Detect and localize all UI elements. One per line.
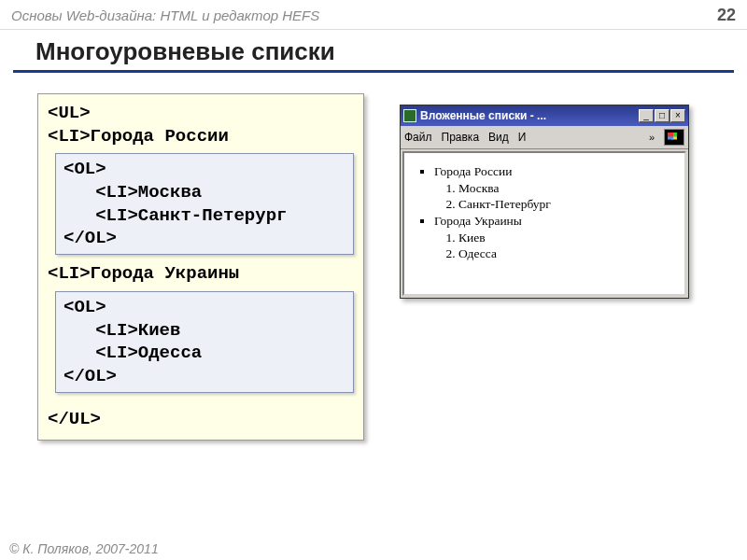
list-item: Города Украины Киев Одесса	[434, 214, 675, 261]
code-line: <UL>	[48, 102, 354, 125]
menu-view[interactable]: Вид	[488, 131, 509, 144]
code-line: <LI>Одесса	[63, 342, 345, 365]
maximize-button[interactable]: □	[655, 109, 669, 122]
footer-copyright: © К. Поляков, 2007-2011	[9, 541, 159, 556]
window-title: Вложенные списки - ...	[420, 109, 639, 122]
close-button[interactable]: ×	[670, 109, 685, 122]
code-line: <LI>Города России	[48, 125, 354, 148]
code-line: </OL>	[63, 227, 345, 250]
code-line: <LI>Санкт-Петерург	[63, 204, 345, 228]
app-icon	[403, 109, 416, 122]
slide-title: Многоуровневые списки	[35, 37, 734, 66]
content-area: <UL> <LI>Города России <OL> <LI>Москва <…	[0, 73, 747, 450]
menu-file[interactable]: Файл	[404, 131, 432, 144]
list-item: Москва	[458, 181, 675, 196]
browser-viewport: Города России Москва Санкт-Петербург Гор…	[402, 151, 686, 296]
menu-edit[interactable]: Правка	[442, 131, 480, 144]
code-line: </OL>	[63, 365, 345, 388]
list-item: Одесса	[458, 246, 675, 261]
code-subblock: <OL> <LI>Москва <LI>Санкт-Петерург </OL>	[55, 153, 354, 255]
windows-logo-icon	[664, 129, 684, 146]
code-line: <LI>Москва	[63, 181, 345, 204]
code-line: <OL>	[63, 296, 345, 319]
code-panel: <UL> <LI>Города России <OL> <LI>Москва <…	[37, 93, 364, 441]
menu-chevron-icon[interactable]: »	[649, 132, 655, 143]
page-number: 22	[717, 6, 736, 25]
code-line: <LI>Города Украины	[48, 262, 354, 286]
code-subblock: <OL> <LI>Киев <LI>Одесса </OL>	[55, 291, 354, 393]
header-left: Основы Web-дизайна: HTML и редактор HEFS	[11, 7, 319, 23]
slide-header: Основы Web-дизайна: HTML и редактор HEFS…	[0, 0, 747, 30]
code-line: <OL>	[63, 158, 345, 181]
code-line: <LI>Киев	[63, 319, 345, 343]
minimize-button[interactable]: _	[639, 109, 654, 122]
list-item: Санкт-Петербург	[458, 197, 675, 212]
window-titlebar: Вложенные списки - ... _ □ ×	[401, 105, 688, 126]
browser-window: Вложенные списки - ... _ □ × Файл Правка…	[400, 105, 689, 299]
menu-more[interactable]: И	[518, 131, 527, 144]
list-item: Города России Москва Санкт-Петербург	[434, 164, 675, 212]
list-item: Киев	[458, 231, 675, 245]
title-bar: Многоуровневые списки	[13, 35, 734, 73]
menu-bar: Файл Правка Вид И »	[401, 126, 688, 149]
code-line: </UL>	[48, 408, 354, 431]
